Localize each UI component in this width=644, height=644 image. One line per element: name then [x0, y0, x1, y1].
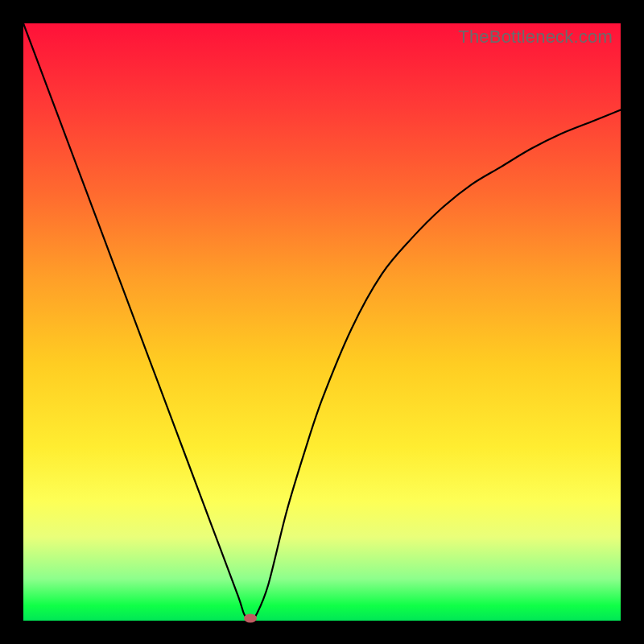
optimum-point: [244, 614, 257, 623]
chart-plot-area: TheBottleneck.com: [23, 23, 621, 621]
bottleneck-curve: [23, 23, 621, 621]
watermark: TheBottleneck.com: [458, 27, 613, 47]
